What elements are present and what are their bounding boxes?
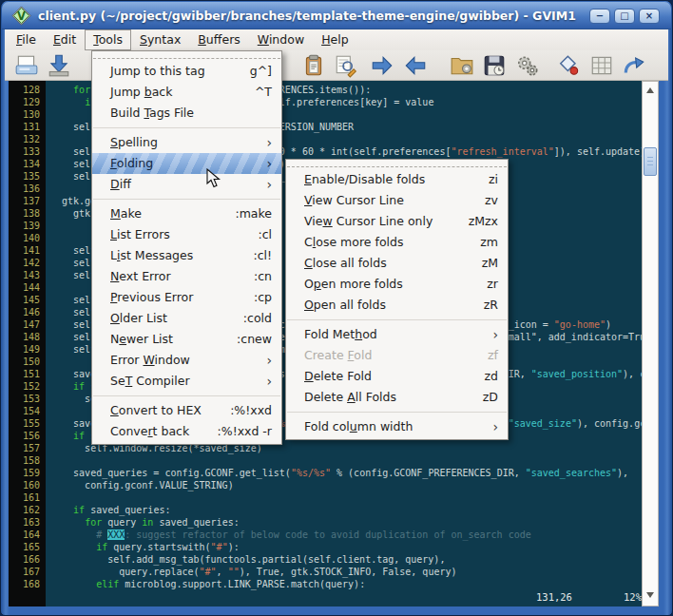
code-line[interactable]: 164 # XXX: suggest refactor of below cod… bbox=[9, 529, 531, 541]
menu-item-label: Close all folds bbox=[304, 253, 467, 274]
menu-item-label: Fold Method bbox=[304, 324, 477, 345]
menu-separator bbox=[93, 395, 280, 396]
menubar-item-edit[interactable]: Edit bbox=[45, 29, 85, 50]
code-line[interactable]: 162 if saved_queries: bbox=[9, 504, 170, 516]
tag-jump-icon[interactable] bbox=[622, 53, 646, 78]
code-line[interactable]: 154 bbox=[9, 405, 50, 417]
menu-item-shortcut: zR bbox=[484, 295, 498, 316]
line-number: 152 bbox=[9, 380, 46, 393]
menu-item-close-all-folds[interactable]: Close all foldszM bbox=[286, 253, 508, 274]
code-line[interactable]: 150 bbox=[9, 356, 50, 368]
code-line[interactable]: 130 bbox=[9, 108, 50, 121]
line-number: 144 bbox=[9, 281, 46, 294]
save-icon[interactable] bbox=[47, 53, 71, 78]
submenu-arrow-icon: › bbox=[266, 174, 272, 195]
menu-item-convert-to-hex[interactable]: Convert to HEX:%!xxd bbox=[92, 400, 281, 421]
scrollbar-thumb[interactable] bbox=[644, 147, 657, 176]
tearoff-handle[interactable] bbox=[287, 162, 507, 167]
line-number: 153 bbox=[9, 393, 46, 405]
line-number: 148 bbox=[9, 331, 46, 343]
menu-item-delete-fold[interactable]: Delete Foldzd bbox=[286, 366, 508, 387]
menubar-item-syntax[interactable]: Syntax bbox=[131, 29, 189, 50]
menu-item-shortcut: zd bbox=[485, 366, 499, 387]
submenu-arrow-icon: › bbox=[266, 371, 272, 392]
menubar-item-buffers[interactable]: Buffers bbox=[189, 29, 249, 50]
scroll-up-icon[interactable] bbox=[646, 87, 654, 93]
menubar-item-help[interactable]: Help bbox=[313, 29, 357, 50]
menu-item-previous-error[interactable]: Previous Error:cp bbox=[92, 287, 281, 308]
menu-item-label: Jump to this tag bbox=[110, 61, 235, 82]
vertical-scrollbar[interactable] bbox=[642, 81, 659, 606]
make-icon[interactable] bbox=[557, 53, 582, 78]
menu-item-label: Diff bbox=[110, 174, 251, 195]
menu-item-list-messages[interactable]: List Messages:cl! bbox=[92, 245, 281, 266]
maximize-button[interactable]: □ bbox=[614, 9, 635, 24]
menu-item-list-errors[interactable]: List Errors:cl bbox=[92, 224, 281, 245]
code-line[interactable]: 132 bbox=[9, 133, 50, 145]
menu-item-jump-to-this-tag[interactable]: Jump to this tagg^] bbox=[92, 61, 281, 82]
code-line[interactable]: 166 self.add_msg_tab(functools.partial(s… bbox=[9, 553, 445, 566]
save-session-icon[interactable] bbox=[482, 53, 507, 78]
menu-item-older-list[interactable]: Older List:cold bbox=[92, 308, 281, 329]
code-line[interactable]: 144 bbox=[9, 281, 50, 294]
tearoff-handle[interactable] bbox=[93, 53, 280, 59]
code-line[interactable]: 167 query.replace("#", ""), True, gtk.ST… bbox=[9, 566, 456, 578]
menu-item-jump-back[interactable]: Jump back^T bbox=[92, 82, 281, 103]
open-icon[interactable] bbox=[14, 53, 39, 78]
find-prev-icon[interactable] bbox=[403, 53, 428, 78]
menu-item-newer-list[interactable]: Newer List:cnew bbox=[92, 329, 281, 350]
menu-item-convert-back[interactable]: Convert back:%!xxd -r bbox=[92, 421, 281, 442]
menu-item-shortcut: zM bbox=[482, 253, 498, 274]
menu-item-label: Create Fold bbox=[304, 345, 472, 366]
scroll-down-icon[interactable] bbox=[646, 592, 654, 598]
code-line[interactable]: 158 bbox=[9, 454, 50, 467]
load-session-icon[interactable] bbox=[450, 53, 474, 78]
menu-item-folding[interactable]: Folding› bbox=[92, 153, 281, 174]
menu-item-set-compiler[interactable]: SeT Compiler› bbox=[92, 371, 281, 392]
menu-item-shortcut: :cl! bbox=[253, 245, 272, 266]
menu-item-delete-all-folds[interactable]: Delete All FoldszD bbox=[286, 387, 508, 408]
code-line[interactable]: 165 if query.startswith("#"): bbox=[9, 541, 240, 553]
code-line[interactable]: 139 bbox=[9, 220, 50, 232]
menu-item-open-more-folds[interactable]: Open more foldszr bbox=[286, 274, 508, 295]
menu-item-view-cursor-line[interactable]: View Cursor Linezv bbox=[286, 190, 508, 211]
menu-item-view-cursor-line-only[interactable]: View Cursor Line onlyzMzx bbox=[286, 211, 508, 232]
find-next-icon[interactable] bbox=[370, 53, 394, 78]
menubar-item-file[interactable]: File bbox=[8, 29, 45, 50]
titlebar[interactable]: V client.py (~/project/gwibber/branches/… bbox=[2, 2, 671, 29]
paste-icon[interactable] bbox=[301, 53, 326, 78]
menu-item-build-tags-file[interactable]: Build Tags File bbox=[92, 103, 281, 124]
menubar-item-window[interactable]: Window bbox=[249, 29, 313, 50]
menu-item-close-more-folds[interactable]: Close more foldszm bbox=[286, 232, 508, 253]
menu-item-create-fold: Create Foldzf bbox=[286, 345, 508, 366]
code-line[interactable]: 161 bbox=[9, 491, 50, 504]
line-number: 149 bbox=[9, 343, 46, 356]
menu-item-make[interactable]: Make:make bbox=[92, 203, 281, 224]
menu-item-spelling[interactable]: Spelling› bbox=[92, 132, 281, 153]
line-number: 146 bbox=[9, 306, 46, 318]
menubar-item-tools[interactable]: Tools bbox=[85, 29, 131, 50]
find-replace-icon[interactable] bbox=[334, 53, 358, 78]
menu-item-enable-disable-folds[interactable]: Enable/Disable foldszi bbox=[286, 169, 508, 190]
scroll-percent: 12% bbox=[624, 591, 642, 604]
menu-item-error-window[interactable]: Error Window› bbox=[92, 350, 281, 371]
menu-item-open-all-folds[interactable]: Open all foldszR bbox=[286, 295, 508, 316]
code-line[interactable]: 159 saved_queries = config.GCONF.get_lis… bbox=[9, 467, 628, 479]
menu-item-shortcut: zf bbox=[488, 345, 498, 366]
menu-item-label: Newer List bbox=[110, 329, 221, 350]
code-line[interactable]: 140 bbox=[9, 232, 50, 244]
close-button[interactable]: × bbox=[639, 9, 660, 24]
minimize-button[interactable]: − bbox=[589, 9, 610, 24]
menu-item-next-error[interactable]: Next Error:cn bbox=[92, 266, 281, 287]
menu-item-diff[interactable]: Diff› bbox=[92, 174, 281, 195]
run-script-icon[interactable] bbox=[515, 53, 540, 78]
code-line[interactable]: 160 config.gconf.VALUE_STRING) bbox=[9, 479, 234, 491]
menu-item-fold-column-width[interactable]: Fold column width› bbox=[286, 416, 508, 437]
menu-item-fold-method[interactable]: Fold Method› bbox=[286, 324, 508, 345]
menu-item-label: Close more folds bbox=[304, 232, 465, 253]
menu-item-label: Open more folds bbox=[304, 274, 471, 295]
line-number: 132 bbox=[9, 133, 46, 145]
code-line[interactable]: 163 for query in saved_queries: bbox=[9, 516, 240, 529]
code-line[interactable]: 136 bbox=[9, 183, 50, 195]
ctags-icon[interactable] bbox=[589, 53, 614, 78]
